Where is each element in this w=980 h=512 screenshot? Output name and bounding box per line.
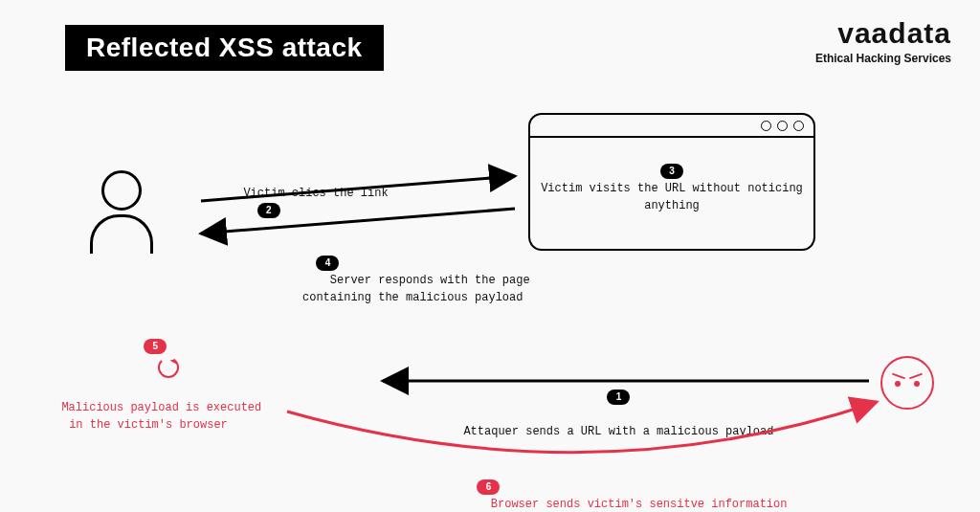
step-6-label: 6 Browser sends victim's sensitve inform…: [463, 461, 787, 512]
brand-block: vaadata Ethical Hacking Services: [815, 17, 951, 65]
browser-content: 3 Victim visits the URL without noticing…: [530, 138, 813, 214]
step-5-text: Malicious payload is executed in the vic…: [61, 401, 261, 432]
browser-titlebar: [530, 115, 813, 138]
step-4-text: Server responds with the page containing…: [302, 274, 530, 304]
spinner-icon: [158, 357, 179, 378]
page-title: Reflected XSS attack: [65, 25, 384, 71]
step-1-label: 1 Attaquer sends a URL with a malicious …: [450, 371, 773, 440]
step-3-text: Victim visits the URL without noticing a…: [541, 182, 803, 212]
step-1-badge: 1: [607, 390, 630, 405]
victim-icon: [88, 170, 155, 254]
brand-logo: vaadata: [815, 17, 951, 50]
step-4-label: 4 Server responds with the page containi…: [302, 237, 530, 306]
step-6-text: Browser sends victim's sensitve informat…: [463, 498, 787, 512]
step-2-badge: 2: [257, 203, 280, 218]
step-4-badge: 4: [316, 256, 339, 271]
step-5-label: 5 Malicious payload is executed in the v…: [48, 321, 249, 434]
step-2-label: Victim clics the link 2: [230, 167, 389, 219]
step-2-text: Victim clics the link: [243, 187, 388, 200]
step-5-badge: 5: [144, 339, 167, 354]
browser-window-icon: 3 Victim visits the URL without noticing…: [528, 113, 815, 251]
attacker-icon: [880, 356, 934, 410]
step-1-text: Attaquer sends a URL with a malicious pa…: [463, 425, 773, 438]
step-3-badge: 3: [660, 164, 683, 179]
step-6-badge: 6: [477, 479, 500, 495]
brand-tagline: Ethical Hacking Services: [815, 52, 951, 65]
